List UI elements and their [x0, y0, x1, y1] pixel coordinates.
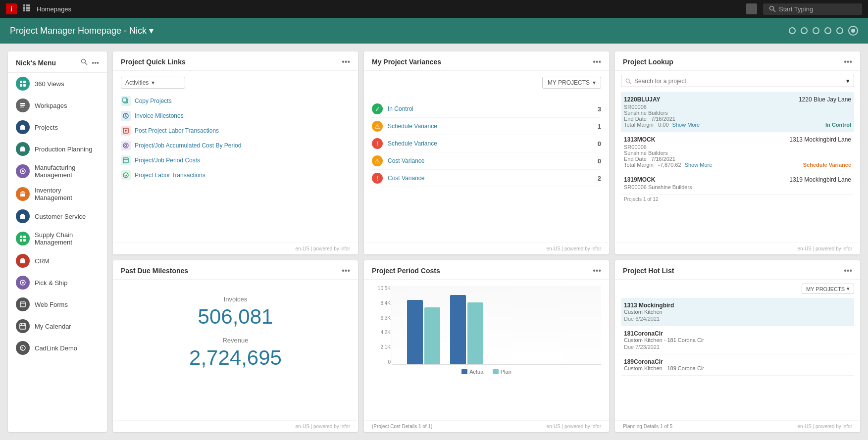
quick-links-more-button[interactable]: •••: [342, 57, 350, 66]
past-due-title: Past Due Milestones: [121, 267, 342, 275]
schedule1-link[interactable]: Schedule Variance: [388, 123, 586, 130]
copy-projects-link[interactable]: Copy Projects: [135, 98, 172, 104]
schedule2-link[interactable]: Schedule Variance: [388, 140, 586, 147]
monitor-button[interactable]: [746, 3, 757, 14]
hot-list-more-button[interactable]: •••: [844, 266, 852, 275]
supply-chain-icon: [16, 232, 30, 245]
period-costs-more-button[interactable]: •••: [593, 266, 601, 275]
page-title: Project Manager Homepage - Nick ▾: [10, 25, 153, 36]
variances-card: My Project Variances ••• MY PROJECTS ▾ ✓…: [364, 51, 609, 254]
sidebar-item-crm[interactable]: CRM: [8, 250, 107, 272]
hot-list-item-1313[interactable]: 1313 Mockingbird Custom Kitchen Due 6/24…: [621, 298, 854, 326]
project-enddate-2: 7/16/2021: [651, 156, 675, 162]
dot-target[interactable]: [848, 26, 858, 36]
hot-list-scroll: 1313 Mockingbird Custom Kitchen Due 6/24…: [621, 298, 854, 376]
variances-footer: en-US | powered by infor: [364, 243, 609, 254]
sidebar-item-projects[interactable]: Projects: [8, 116, 107, 138]
sidebar-item-cadlink[interactable]: Z CadLink Demo: [8, 337, 107, 359]
copy-projects-icon: [121, 96, 131, 106]
hot-list-dropdown[interactable]: MY PROJECTS ▾: [802, 284, 854, 294]
svg-rect-24: [20, 239, 22, 242]
cost1-link[interactable]: Cost Variance: [388, 157, 586, 164]
quick-link-copy-projects[interactable]: Copy Projects: [121, 94, 350, 108]
dot-4[interactable]: [824, 27, 831, 34]
y-label-4.2k: 4.2K: [372, 330, 391, 335]
hot-list-item-181corona[interactable]: 181CoronaCir Custom Kitchen - 181 Corona…: [621, 326, 854, 354]
post-labor-link[interactable]: Post Project Labor Transactions: [135, 127, 219, 134]
sidebar-search-icon[interactable]: [81, 58, 88, 67]
sidebar-item-pick-ship[interactable]: Pick & Ship: [8, 272, 107, 293]
dot-1[interactable]: [789, 27, 796, 34]
quick-link-invoice-milestones[interactable]: Invoice Milestones: [121, 108, 350, 123]
cost2-link[interactable]: Cost Variance: [388, 175, 586, 182]
legend-actual: Actual: [461, 369, 485, 375]
project-enddate-label-2: End Date: [624, 156, 647, 162]
quick-link-period-costs[interactable]: Project/Job Period Costs: [121, 153, 350, 168]
variance-schedule1[interactable]: ⚠ Schedule Variance 1: [372, 118, 601, 135]
variance-incontrol[interactable]: ✓ In Control 3: [372, 100, 601, 118]
incontrol-link[interactable]: In Control: [388, 105, 586, 112]
my-projects-dropdown[interactable]: MY PROJECTS ▾: [542, 77, 601, 89]
main-content: Nick's Menu ••• 360 Views Workpages: [0, 44, 868, 440]
quick-link-labor-transactions[interactable]: Project Labor Transactions: [121, 168, 350, 183]
lookup-item-1313mock[interactable]: 1313MOCK 1313 Mockingbird Lane SR00006 S…: [621, 132, 854, 172]
period-costs-link[interactable]: Project/Job Period Costs: [135, 157, 200, 164]
sidebar-item-inventory[interactable]: Inventory Management: [8, 183, 107, 205]
period-costs-header: Project Period Costs •••: [364, 260, 609, 280]
search-dropdown-icon[interactable]: ▾: [846, 77, 850, 85]
lookup-item-1319mock[interactable]: 1319MOCK 1319 Mockingbird Lane SR00006 S…: [621, 172, 854, 195]
project-details-1: SR00006 Sunshine Builders End Date 7/16/…: [624, 104, 851, 128]
variances-more-button[interactable]: •••: [593, 57, 601, 66]
past-due-body: Invoices 506,081 Revenue 2,724,695: [113, 280, 358, 420]
revenue-label: Revenue: [121, 337, 350, 344]
dot-2[interactable]: [801, 27, 808, 34]
quick-link-post-labor[interactable]: Post Project Labor Transactions: [121, 123, 350, 138]
project-lookup-more-button[interactable]: •••: [844, 57, 852, 66]
past-due-more-button[interactable]: •••: [342, 266, 350, 275]
svg-line-48: [629, 82, 631, 84]
accumulated-cost-icon: [121, 141, 131, 150]
project-status-1: In Control: [825, 122, 851, 128]
lookup-item-1220blujay[interactable]: 1220BLUJAY 1220 Blue Jay Lane SR00006 Su…: [621, 92, 854, 132]
sidebar-item-label: Projects: [35, 124, 58, 131]
period-costs-footer: (Project Cost Details 1 of 1) en-US | po…: [364, 420, 609, 432]
sidebar-item-supply-chain[interactable]: Supply Chain Management: [8, 227, 107, 250]
project-search-box[interactable]: ▾: [621, 75, 854, 87]
apps-grid-icon[interactable]: ​: [23, 4, 31, 14]
project-enddate-1: 7/16/2021: [651, 116, 675, 122]
variance-schedule2[interactable]: ! Schedule Variance 0: [372, 135, 601, 152]
search-placeholder: Start Typing: [779, 5, 813, 13]
project-company-1: Sunshine Builders: [624, 110, 668, 116]
sidebar-item-production-planning[interactable]: Production Planning: [8, 138, 107, 160]
activities-dropdown[interactable]: Activities ▾: [121, 77, 185, 89]
labor-transactions-link[interactable]: Project Labor Transactions: [135, 172, 205, 179]
sidebar-item-workpages[interactable]: Workpages: [8, 95, 107, 116]
project-search-input[interactable]: [634, 78, 843, 85]
variance-cost2[interactable]: ! Cost Variance 2: [372, 170, 601, 187]
sidebar-item-customer-service[interactable]: Customer Service: [8, 205, 107, 227]
hl-sub-1: Custom Kitchen: [624, 309, 851, 315]
sidebar-item-360views[interactable]: 360 Views: [8, 73, 107, 95]
sidebar-item-manufacturing[interactable]: Manufacturing Management: [8, 160, 107, 183]
variance-cost1[interactable]: ⚠ Cost Variance 0: [372, 152, 601, 170]
schedule2-status-icon: !: [372, 138, 383, 149]
show-more-2[interactable]: Show More: [685, 162, 713, 168]
svg-point-11: [82, 59, 86, 63]
accumulated-cost-link[interactable]: Project/Job Accumulated Cost By Period: [135, 142, 241, 149]
sidebar-item-web-forms[interactable]: Web Forms: [8, 293, 107, 315]
sidebar-title: Nick's Menu: [16, 59, 77, 67]
show-more-1[interactable]: Show More: [672, 122, 700, 128]
dot-3[interactable]: [813, 27, 819, 34]
quick-links-card: Project Quick Links ••• Activities ▾ Cop…: [113, 51, 358, 254]
variances-header: My Project Variances •••: [364, 51, 609, 71]
invoice-milestones-link[interactable]: Invoice Milestones: [135, 112, 184, 119]
sidebar-item-label: Web Forms: [35, 301, 68, 308]
global-search[interactable]: Start Typing: [763, 3, 862, 15]
sidebar-item-my-calendar[interactable]: My Calendar: [8, 315, 107, 337]
dot-5[interactable]: [836, 27, 843, 34]
bar-plan-2: [467, 302, 483, 364]
sidebar-more-icon[interactable]: •••: [92, 59, 99, 67]
period-costs-body: 10.5K 8.4K 6.3K 4.2K 2.1K 0: [364, 280, 609, 420]
quick-link-accumulated-cost[interactable]: Project/Job Accumulated Cost By Period: [121, 138, 350, 153]
hot-list-item-189corona[interactable]: 189CoronaCir Custom Kitchen - 189 Corona…: [621, 354, 854, 376]
